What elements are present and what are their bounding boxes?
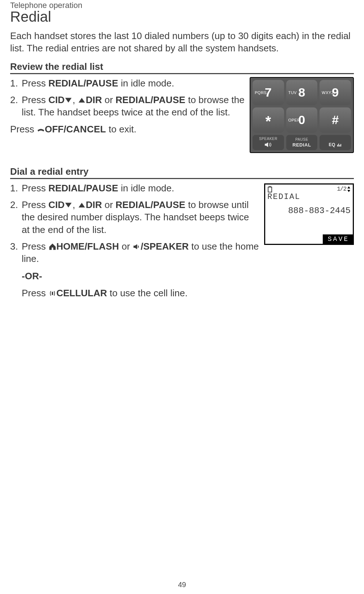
key-eq: EQ — [319, 135, 351, 150]
speaker-icon — [264, 141, 272, 148]
key-pause: PAUSE — [153, 199, 185, 210]
key-label: REDIAL — [292, 142, 311, 148]
review-step-1: Press REDIAL/PAUSE in idle mode. — [10, 77, 245, 89]
keypad-illustration: PQRS7 TUV8 WXYZ9 * OPER0 # SPEAKER PAUSE… — [250, 77, 354, 153]
dial-step-1: Press REDIAL/PAUSE in idle mode. — [10, 182, 259, 194]
key-symbol: * — [266, 112, 271, 128]
key-speaker: SPEAKER — [253, 135, 284, 150]
lcd-counter: 1/2 — [337, 186, 346, 192]
key-cellular: CELLULAR — [56, 288, 107, 298]
key-cancel: CANCEL — [66, 124, 106, 135]
intro-text: Each handset stores the last 10 dialed n… — [10, 30, 354, 55]
cellular-icon — [48, 289, 56, 297]
text: Press — [22, 183, 48, 194]
key-cid: CID — [48, 199, 65, 210]
key-symbol: # — [332, 113, 339, 127]
key-cid: CID — [48, 94, 65, 105]
text: Press — [22, 78, 48, 89]
key-speaker: /SPEAKER — [141, 241, 189, 252]
key-star: * — [253, 107, 284, 133]
text: to exit. — [106, 124, 136, 135]
key-letters: PQRS — [255, 90, 267, 95]
key-redial-pause: PAUSE REDIAL — [286, 135, 318, 150]
key-label — [335, 137, 336, 141]
key-0: OPER0 — [286, 107, 318, 133]
key-dir: DIR — [86, 94, 102, 105]
key-letters: WXYZ — [322, 90, 334, 95]
text: or — [102, 94, 116, 105]
key-home: HOME/ — [56, 241, 87, 252]
text: in idle mode. — [118, 78, 174, 89]
section-heading-dial: Dial a redial entry — [10, 166, 354, 179]
text: Press — [10, 124, 37, 135]
key-pause: PAUSE — [86, 78, 118, 89]
key-label: EQ — [329, 142, 342, 147]
key-redial: REDIAL/ — [48, 78, 86, 89]
key-letters: TUV — [288, 90, 297, 95]
key-label: SPEAKER — [259, 137, 278, 141]
key-pause: PAUSE — [86, 183, 118, 194]
key-redial: REDIAL/ — [115, 94, 153, 105]
key-off: OFF/ — [45, 124, 66, 135]
text: to use the cell line. — [107, 288, 188, 298]
svg-rect-6 — [268, 187, 272, 192]
dial-step-2: Press CID, DIR or REDIAL/PAUSE to browse… — [10, 199, 259, 236]
lcd-softkey-save: SAVE — [323, 234, 353, 244]
up-down-icon — [347, 186, 351, 192]
review-step-2: Press CID, DIR or REDIAL/PAUSE to browse… — [10, 94, 245, 119]
svg-rect-2 — [339, 145, 340, 147]
or-divider: -OR- — [22, 270, 259, 282]
arrow-up-icon — [78, 201, 86, 209]
arrow-up-icon — [78, 96, 86, 104]
key-8: TUV8 — [286, 80, 318, 105]
svg-rect-1 — [338, 144, 339, 147]
text: in idle mode. — [118, 183, 174, 194]
svg-rect-3 — [340, 144, 341, 147]
key-7: PQRS7 — [253, 80, 284, 105]
key-label: PAUSE — [295, 137, 308, 141]
eq-icon — [337, 143, 342, 147]
key-number: 8 — [299, 85, 305, 99]
lcd-line-2: 888-883-2445 — [265, 201, 353, 216]
lcd-illustration: 1/2 REDIAL 888-883-2445 SAVE — [264, 183, 354, 245]
phone-off-icon — [37, 126, 45, 133]
section-heading-review: Review the redial list — [10, 61, 354, 74]
arrow-down-icon — [64, 96, 72, 104]
text: Press — [22, 94, 48, 105]
lcd-line-1: REDIAL — [265, 192, 353, 201]
home-icon — [48, 243, 56, 251]
key-9: WXYZ9 — [319, 80, 351, 105]
key-flash: FLASH — [87, 241, 119, 252]
key-dir: DIR — [86, 199, 102, 210]
text: , — [72, 94, 77, 105]
text: Press — [22, 288, 48, 298]
review-exit: Press OFF/CANCEL to exit. — [10, 123, 245, 135]
page-title: Redial — [10, 9, 354, 25]
svg-rect-4 — [52, 292, 53, 295]
key-letters: OPER — [288, 118, 300, 122]
text: Press — [22, 241, 48, 252]
speaker-icon — [133, 243, 141, 251]
dial-step-3: Press HOME/FLASH or /SPEAKER to use the … — [10, 240, 259, 299]
text: or — [119, 241, 133, 252]
text: EQ — [329, 142, 335, 147]
text: or — [102, 199, 116, 210]
dial-step-3-alt: Press CELLULAR to use the cell line. — [22, 287, 259, 299]
key-redial: REDIAL/ — [48, 183, 86, 194]
text: Press — [22, 199, 48, 210]
arrow-down-icon — [64, 201, 72, 209]
text: , — [72, 199, 77, 210]
battery-icon — [267, 186, 272, 192]
svg-rect-0 — [337, 145, 338, 147]
key-redial: REDIAL/ — [115, 199, 153, 210]
key-pound: # — [319, 107, 351, 133]
page-number: 49 — [178, 581, 186, 589]
key-pause: PAUSE — [153, 94, 185, 105]
